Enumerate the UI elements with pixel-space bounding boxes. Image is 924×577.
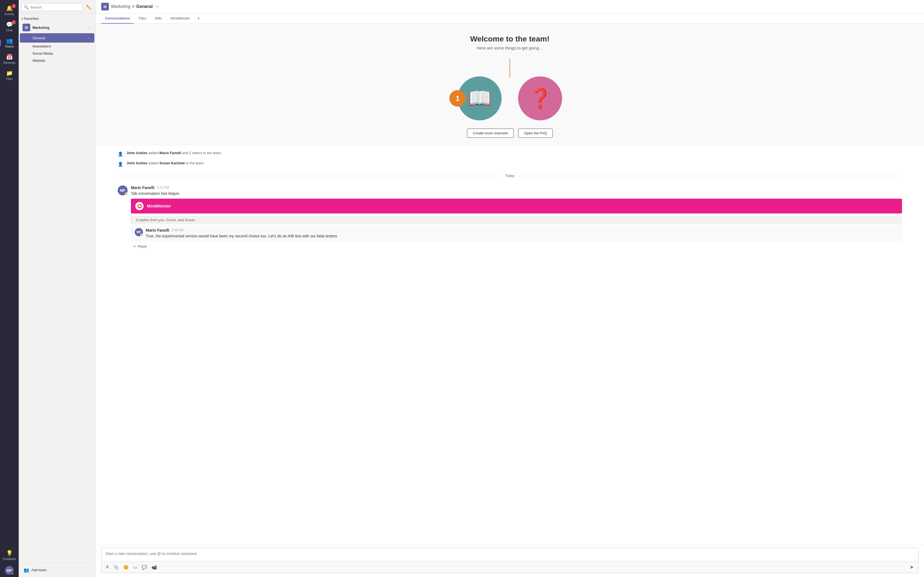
nested-time: 2:05 PM — [171, 228, 184, 232]
welcome-title: Welcome to the team! — [470, 35, 550, 44]
channel-avatar-initial: M — [104, 5, 107, 9]
team-marketing[interactable]: M Marketing ··· — [20, 22, 94, 33]
activity-item-2: 👤 John Ackles added Susan Kachele to the… — [118, 159, 902, 169]
channel-header-avatar: M — [101, 3, 109, 10]
chat-label: Chat — [6, 29, 12, 32]
add-team-button[interactable]: 👥 Add team — [21, 566, 93, 574]
channel-name-general: General — [32, 36, 86, 40]
channel-more-button-general[interactable]: ··· — [86, 35, 92, 41]
meetings-label: Meetings — [3, 61, 16, 64]
tab-wiki[interactable]: Wiki — [151, 13, 166, 24]
breadcrumb-team: Marketing — [111, 4, 130, 9]
meet-button[interactable]: 📹 — [150, 564, 159, 571]
input-box: A 📎 😊 ▭ 💬 📹 ➤ — [101, 548, 919, 573]
message-text-1: Tab conversation has begun. — [131, 191, 902, 197]
create-channels-button[interactable]: Create more channels — [467, 129, 514, 138]
activity-badge: 1 — [11, 4, 16, 8]
open-faq-visual: ❓ — [518, 76, 562, 120]
attach-button[interactable]: 📎 — [111, 564, 120, 571]
add-team-label: Add team — [31, 568, 47, 572]
nav-item-activity[interactable]: 1 🔔 Activity — [0, 2, 19, 18]
emoji-button[interactable]: 😊 — [121, 564, 130, 571]
online-status-dot — [11, 572, 14, 575]
nested-author: Mario Fanelli — [146, 228, 170, 232]
format-button[interactable]: A — [104, 564, 111, 571]
search-icon: 🔍 — [24, 5, 29, 9]
mindmeister-card[interactable]: ⭕ MindMeister — [131, 199, 902, 213]
mindmeister-logo: ⭕ — [135, 202, 144, 210]
timeline-line — [510, 58, 510, 78]
activity-section: 👤 John Ackles added Mario Fanelli and 2 … — [96, 146, 924, 172]
search-box[interactable]: 🔍 — [21, 3, 83, 11]
add-member-icon: 👤 — [118, 152, 123, 156]
nested-online-dot — [140, 234, 143, 236]
main-header: M Marketing > General ··· — [96, 0, 924, 13]
reply-button[interactable]: ↩ Reply — [131, 243, 149, 250]
activity-text-2: John Ackles added Susan Kachele to the t… — [126, 161, 205, 165]
avatar[interactable]: MF — [5, 566, 14, 575]
today-divider: Today — [118, 172, 902, 180]
nav-item-meetings[interactable]: 📅 Meetings — [0, 51, 19, 67]
sidebar: 🔍 ✏️ ▾ Favorites M Marketing ··· General… — [19, 0, 96, 577]
sticker-button[interactable]: 💬 — [140, 564, 149, 571]
message-body-1: Mario Fanelli 1:21 PM Tab conversation h… — [131, 185, 902, 250]
channel-social-media[interactable]: Social Media — [20, 50, 94, 57]
activity-text-1: John Ackles added Mario Fanelli and 2 ot… — [126, 151, 222, 155]
channel-name-social-media: Social Media — [32, 52, 92, 55]
files-icon: 📁 — [6, 70, 13, 76]
sidebar-content: ▾ Favorites M Marketing ··· General ··· … — [19, 13, 95, 563]
breadcrumb-separator: > — [132, 4, 134, 9]
search-input[interactable] — [30, 5, 80, 9]
channel-newsletters[interactable]: Newsletters — [20, 43, 94, 50]
message-group-1: MF Mario Fanelli 1:21 PM Tab conversatio… — [118, 183, 902, 253]
add-team-icon: 👥 — [24, 567, 29, 572]
conversations-content: Welcome to the team! Here are some thing… — [96, 24, 924, 545]
divider-line-right — [517, 176, 902, 176]
send-button[interactable]: ➤ — [908, 563, 916, 571]
tab-files[interactable]: Files — [135, 13, 150, 24]
nav-item-teams[interactable]: 👥 Teams — [0, 35, 19, 51]
message-time-1: 1:21 PM — [157, 186, 169, 190]
channel-name-website: Website — [32, 58, 92, 63]
teams-label: Teams — [5, 45, 14, 48]
nested-avatar: MF — [135, 228, 143, 236]
nav-item-chat[interactable]: 1 💬 Chat — [0, 18, 19, 35]
add-member-icon-2: 👤 — [118, 161, 123, 167]
tab-mindmeister[interactable]: MindMeister — [166, 13, 194, 24]
welcome-section: Welcome to the team! Here are some thing… — [96, 24, 924, 146]
giphy-button[interactable]: ▭ — [131, 564, 139, 571]
tab-conversations[interactable]: Conversations — [101, 13, 134, 24]
add-tab-button[interactable]: + — [195, 14, 202, 23]
favorites-section-header[interactable]: ▾ Favorites — [19, 16, 95, 22]
activity-label: Activity — [5, 12, 14, 16]
open-faq-button[interactable]: Open the FAQ — [518, 129, 552, 138]
nav-item-feedback[interactable]: 💡 Feedback — [0, 547, 19, 563]
channel-more-menu[interactable]: ··· — [155, 5, 159, 9]
meetings-icon: 📅 — [6, 53, 13, 60]
chevron-down-icon: ▾ — [21, 17, 23, 20]
today-label: Today — [506, 174, 514, 178]
compose-button[interactable]: ✏️ — [85, 3, 93, 11]
online-status-message — [125, 193, 128, 195]
nav-item-files[interactable]: 📁 Files — [0, 67, 19, 83]
breadcrumb: Marketing > General ··· — [111, 4, 159, 9]
message-avatar-initials: MF — [120, 188, 125, 193]
channel-website[interactable]: Website — [20, 57, 94, 64]
avatar-initials: MF — [7, 569, 12, 572]
reply-label: Reply — [138, 244, 147, 248]
tabs-bar: Conversations Files Wiki MindMeister + — [96, 13, 924, 24]
channel-name-newsletters: Newsletters — [32, 44, 92, 48]
book-icon: 📖 — [468, 87, 492, 110]
nested-message-body: Mario Fanelli 2:05 PM True, the experime… — [146, 228, 337, 239]
message-meta-1: Mario Fanelli 1:21 PM — [131, 185, 902, 190]
files-label: Files — [6, 77, 12, 81]
message-author-1: Mario Fanelli — [131, 185, 155, 190]
team-name: Marketing — [32, 26, 86, 30]
channel-general[interactable]: General ··· — [20, 33, 94, 43]
left-navigation: 1 🔔 Activity 1 💬 Chat 👥 Teams 📅 Meetings… — [0, 0, 19, 577]
replies-count[interactable]: 3 replies from you, Conor, and Susan — [131, 216, 902, 224]
team-more-button[interactable]: ··· — [86, 24, 92, 31]
message-input[interactable] — [102, 548, 918, 560]
welcome-subtitle: Here are some things to get going… — [477, 46, 543, 50]
feedback-icon: 💡 — [6, 550, 13, 556]
